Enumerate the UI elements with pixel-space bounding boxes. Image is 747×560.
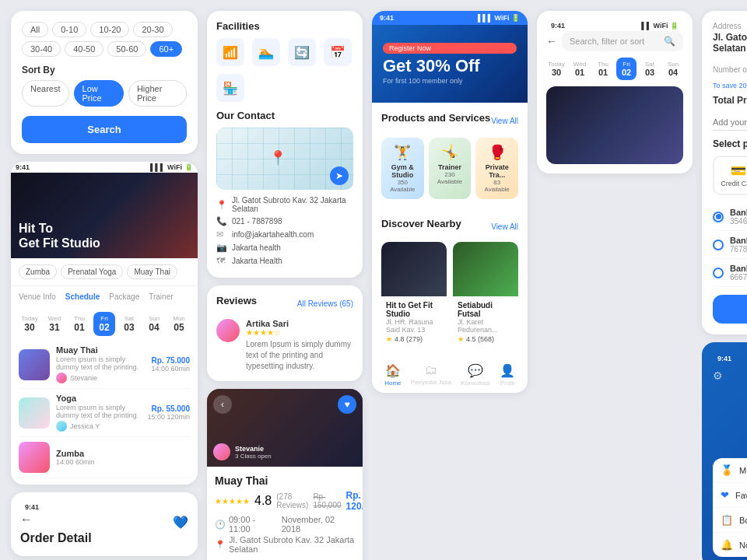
pay-button[interactable]: Pay Activity — [713, 295, 747, 324]
menu-notification[interactable]: 🔔 Notification 1 › — [713, 533, 747, 557]
column-5: Address Jl. Gatot Subroto Kav. 32 Jakart… — [702, 11, 747, 560]
sched-date-03[interactable]: Sat03 — [640, 58, 660, 80]
trainer-avatar-yoga — [56, 421, 67, 432]
tag-all[interactable]: All — [22, 22, 48, 37]
tag-50-60[interactable]: 50-60 — [107, 41, 146, 57]
nearby-rating-gym: ★ 4.8 (279) — [386, 335, 442, 343]
search-icon[interactable]: 🔍 — [664, 36, 675, 47]
reviews-title: Reviews — [216, 295, 257, 306]
pm-credit-card[interactable]: 💳 Credit Card — [713, 156, 747, 195]
guest-row: Number of guest − 2 + — [713, 61, 747, 79]
schedule-item-yoga[interactable]: Yoga Lorem ipsum is simply dummy text of… — [19, 389, 190, 437]
date-30[interactable]: Today30 — [19, 312, 40, 336]
reviewer-name: Artika Sari — [246, 319, 353, 328]
bank-bni[interactable]: Bank BNI 666768887 — [713, 259, 747, 287]
nearby-view-all[interactable]: View All — [491, 222, 518, 231]
map-navigate-button[interactable]: ➤ — [330, 166, 349, 185]
settings-icon[interactable]: ⚙ — [713, 369, 723, 382]
nearby-info-futsal: Setiabudi Futsal Jl. Karet Pedurenan... … — [453, 296, 518, 348]
tag-40-50[interactable]: 40-50 — [65, 41, 103, 57]
age-filter-tags: All 0-10 10-20 20-30 30-40 40-50 50-60 6… — [22, 22, 187, 57]
nearby-item-futsal[interactable]: Setiabudi Futsal Jl. Karet Pedurenan... … — [453, 242, 518, 348]
sched-date-02[interactable]: Fri02 — [616, 58, 637, 80]
profile-time: 9:41 — [717, 355, 731, 362]
bank-mandiri-name: Bank Mandiri — [730, 208, 747, 217]
search-input[interactable]: Search, filter or sort — [570, 37, 659, 46]
tag-10-20[interactable]: 10-20 — [90, 22, 129, 37]
notification-icon: 🔔 — [721, 539, 733, 551]
nav-venue-info[interactable]: Venue Info — [19, 292, 56, 301]
all-reviews-link[interactable]: All Reviews (65) — [297, 299, 353, 308]
schedule-meta-yoga: Rp. 55.000 15:00 120min — [147, 404, 190, 421]
date-03[interactable]: Sat03 — [118, 312, 140, 336]
schedule-item-muay[interactable]: Muay Thai Lorem ipsum is simply dummy te… — [19, 341, 190, 389]
bank-bni-name: Bank BNI — [730, 264, 747, 273]
nearby-item-gym[interactable]: Hit to Get Fit Studio Jl. HR. Rasuna Sai… — [381, 242, 447, 348]
search-button[interactable]: Search — [22, 116, 187, 143]
menu-booking[interactable]: 📋 Booking History › — [713, 508, 747, 533]
services-grid: 🏋 Gym & Studio 350 Available 🤸 Trainer 2… — [381, 138, 518, 199]
tag-60plus[interactable]: 60+ — [150, 41, 182, 57]
nav-konsultasi[interactable]: 💬 Konsultasi — [461, 363, 490, 387]
nav-home[interactable]: 🏠 Home — [384, 363, 401, 387]
profile-avatar-section: Hanindya Mirella Jakarta — [713, 391, 747, 452]
tag-30-40[interactable]: 30-40 — [22, 41, 61, 57]
promo-signal-icon: ▌▌▌ WiFi 🔋 — [478, 14, 520, 22]
tag-20-30[interactable]: 20-30 — [133, 22, 172, 37]
service-private[interactable]: 🥊 Private Tra... 83 Available — [475, 138, 518, 199]
tag-0-10[interactable]: 0-10 — [52, 22, 86, 37]
sched-back-button[interactable]: ← — [546, 35, 557, 47]
muay-trainer-info: Stevanie 3 Class open — [235, 445, 272, 460]
muay-address: 📍 Jl. Gatot Subroto Kav. 32 Jakarta Sela… — [215, 535, 355, 554]
date-02[interactable]: Fri02 — [93, 312, 115, 336]
services-view-all[interactable]: View All — [491, 117, 518, 125]
nav-penyedia[interactable]: 🗂 Penyedia Jasa — [411, 363, 451, 387]
ig-text: Jakarta health — [232, 243, 281, 252]
muay-back-button[interactable]: ‹ — [213, 395, 232, 414]
schedule-thumb-yoga — [19, 397, 50, 429]
sort-nearest[interactable]: Nearest — [22, 80, 69, 107]
nav-profil[interactable]: 👤 Profil — [500, 363, 515, 387]
muay-trainer-avatar — [213, 443, 230, 460]
date-04[interactable]: Sun04 — [143, 312, 165, 336]
class-name-zumba: Zumba — [56, 449, 190, 458]
back-button[interactable]: ← — [20, 513, 33, 527]
bank-bca[interactable]: Bank BCA 767868899 — [713, 231, 747, 259]
tag-prenatal-yoga[interactable]: Prenatal Yoga — [61, 264, 123, 279]
sched-date-31[interactable]: Wed01 — [570, 58, 590, 80]
schedule-item-zumba[interactable]: Zumba 14:00 60min — [19, 437, 190, 478]
bank-mandiri[interactable]: Bank Mandiri 354687895 — [713, 203, 747, 231]
venue-card: 9:41 ▌▌▌ WiFi 🔋 Hit ToGet Fit Studio Zum… — [11, 162, 198, 485]
nav-schedule[interactable]: Schedule — [65, 292, 100, 301]
tag-zumba[interactable]: Zumba — [19, 264, 57, 279]
menu-favorite[interactable]: ❤ Favorite › — [713, 483, 747, 508]
tag-muay-thai[interactable]: Muay Thai — [127, 264, 177, 279]
services-header: Products and Services View All — [381, 112, 518, 130]
service-gym[interactable]: 🏋 Gym & Studio 350 Available — [381, 138, 424, 199]
muay-rating-num: 4.8 — [254, 494, 272, 508]
phone-status-bar-2: 9:41 — [20, 502, 188, 513]
signal-icons: ▌▌▌ WiFi 🔋 — [150, 163, 193, 171]
nav-trainer[interactable]: Trainer — [149, 292, 173, 301]
date-31[interactable]: Wed31 — [44, 312, 65, 336]
sort-higher-price[interactable]: Higher Price — [128, 80, 187, 107]
service-trainer[interactable]: 🤸 Trainer 230 Available — [429, 138, 472, 199]
notes-input[interactable] — [713, 114, 747, 131]
nav-package[interactable]: Package — [109, 292, 139, 301]
promo-title: Get 30% Off — [383, 57, 517, 75]
guest-section: Number of guest − 2 + To save 20% upgrad… — [713, 61, 747, 89]
sort-low-price[interactable]: Low Price — [74, 80, 124, 107]
bank-mandiri-account: 354687895 — [730, 217, 747, 226]
date-01[interactable]: Thu01 — [68, 312, 90, 336]
muay-favorite-button[interactable]: ♥ — [338, 395, 356, 414]
sched-date-01[interactable]: Thu01 — [593, 58, 613, 80]
signal-icon: ▌▌▌ — [150, 163, 165, 171]
favorite-icon: ❤ — [721, 489, 729, 501]
date-05[interactable]: Mon05 — [168, 312, 190, 336]
sched-date-04[interactable]: Sun04 — [663, 58, 683, 80]
menu-membership[interactable]: 🏅 Membership › — [713, 458, 747, 483]
favorite-button[interactable]: 💙 — [173, 515, 188, 530]
facilities-contact-card: Facilities 📶 🏊 🔄 📅 🏪 Our Contact 📍 ➤ 📍 J… — [207, 11, 363, 278]
trainer-icon: 🤸 — [435, 144, 465, 161]
sched-date-30[interactable]: Today30 — [546, 58, 566, 80]
